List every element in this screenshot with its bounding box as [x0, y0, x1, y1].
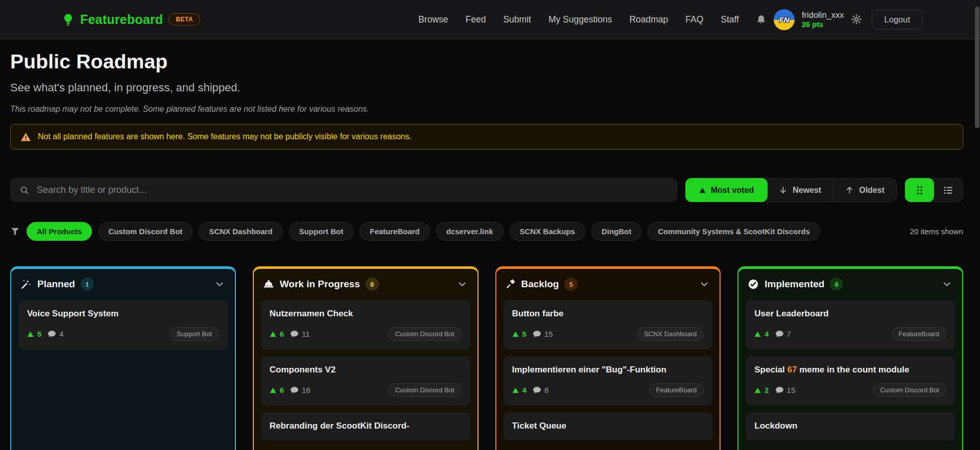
triangle-up-icon	[699, 187, 706, 193]
nav-link-submit[interactable]: Submit	[503, 14, 531, 25]
scrollbar-thumb[interactable]	[975, 7, 979, 128]
sort-oldest[interactable]: Oldest	[833, 179, 896, 202]
comment-count: 8	[544, 386, 548, 394]
search-box	[10, 178, 677, 202]
upvote-button[interactable]: 4	[512, 386, 527, 394]
column-title: Work in Progress	[280, 279, 360, 290]
gear-icon[interactable]	[851, 14, 862, 24]
upvote-button[interactable]: 6	[270, 330, 284, 338]
avatar[interactable]: FN	[774, 9, 795, 30]
list-view-icon	[943, 185, 954, 196]
vote-up-icon	[754, 387, 761, 393]
comments-indicator: 16	[290, 386, 310, 394]
card-title: Rebranding der ScootKit Discord-	[270, 420, 462, 432]
hard-hat-icon	[263, 279, 274, 290]
suggestion-card[interactable]: Rebranding der ScootKit Discord-	[261, 412, 470, 440]
nav-link-staff[interactable]: Staff	[721, 14, 739, 25]
logout-button[interactable]: Logout	[872, 10, 923, 30]
brand-name: Featureboard	[80, 12, 163, 27]
upvote-button[interactable]: 5	[512, 330, 527, 338]
username: fridolin_xxx	[802, 10, 844, 20]
chevron-down-icon[interactable]	[457, 279, 467, 289]
grid-view-icon	[914, 185, 925, 196]
suggestion-card[interactable]: Implementieren einer "Bug"-Funktion48Fea…	[504, 356, 713, 406]
card-meta: 515SCNX Dashboard	[512, 327, 704, 341]
suggestion-card[interactable]: Voice Support System54Support Bot	[18, 300, 228, 349]
sort-most-voted[interactable]: Most voted	[685, 178, 768, 202]
featureboard-app: Featureboard BETA BrowseFeedSubmitMy Sug…	[0, 0, 980, 450]
suggestion-card[interactable]: Special 67 meme in the count module215Cu…	[746, 356, 955, 406]
upvote-button[interactable]: 6	[270, 386, 284, 394]
vote-up-icon	[754, 331, 761, 337]
column-title: Planned	[37, 279, 75, 290]
items-shown-count: 20 items shown	[910, 227, 963, 236]
product-filter-chips: All ProductsCustom Discord BotSCNX Dashb…	[27, 222, 820, 241]
lightbulb-icon	[62, 13, 75, 26]
vote-up-icon	[270, 387, 276, 393]
chevron-down-icon[interactable]	[942, 279, 952, 289]
comment-count: 15	[544, 330, 553, 338]
upvote-button[interactable]: 4	[754, 330, 769, 338]
comment-icon	[775, 386, 784, 394]
card-meta: 611Custom Discord Bot	[270, 327, 462, 341]
nav-link-faq[interactable]: FAQ	[685, 14, 703, 25]
filter-chip-community-systems-scootkit-discords[interactable]: Community Systems & ScootKit Discords	[648, 222, 820, 241]
sort-newest[interactable]: Newest	[767, 179, 833, 202]
user-info: fridolin_xxx 26 pts	[802, 10, 844, 30]
view-grid-button[interactable]	[905, 178, 934, 202]
card-title: Components V2	[270, 364, 462, 376]
cards-list: Voice Support System54Support Bot	[11, 298, 235, 357]
roadmap-board: Planned1Voice Support System54Support Bo…	[10, 266, 963, 450]
comment-icon	[775, 330, 784, 338]
filter-chip-dcserver-link[interactable]: dcserver.link	[436, 222, 504, 241]
brand[interactable]: Featureboard BETA	[62, 12, 200, 27]
nav-link-browse[interactable]: Browse	[418, 14, 448, 25]
product-tag: Custom Discord Bot	[388, 383, 462, 397]
comments-indicator: 7	[775, 330, 791, 338]
vote-count: 4	[764, 330, 769, 338]
suggestion-card[interactable]: Button farbe515SCNX Dashboard	[504, 300, 713, 349]
arrow-down-icon	[779, 186, 787, 194]
column-backlog: Backlog5Button farbe515SCNX DashboardImp…	[495, 266, 721, 450]
filter-row: All ProductsCustom Discord BotSCNX Dashb…	[10, 222, 963, 241]
column-header: Work in Progress8	[254, 269, 477, 298]
suggestion-card[interactable]: User Leaderboard47FeatureBoard	[746, 300, 955, 349]
suggestion-card[interactable]: Components V2616Custom Discord Bot	[261, 356, 470, 406]
comment-icon	[47, 330, 56, 338]
comment-count: 16	[302, 386, 310, 394]
nav-link-roadmap[interactable]: Roadmap	[629, 14, 668, 25]
search-input[interactable]	[37, 185, 668, 195]
nav-link-my-suggestions[interactable]: My Suggestions	[548, 14, 612, 25]
filter-chip-all-products[interactable]: All Products	[27, 222, 92, 241]
comments-indicator: 4	[47, 330, 63, 338]
filter-chip-scnx-backups[interactable]: SCNX Backups	[510, 222, 585, 241]
card-title: Implementieren einer "Bug"-Funktion	[512, 364, 704, 376]
chevron-down-icon[interactable]	[214, 279, 225, 289]
upvote-button[interactable]: 5	[27, 330, 41, 338]
upvote-button[interactable]: 2	[754, 386, 769, 394]
filter-chip-custom-discord-bot[interactable]: Custom Discord Bot	[98, 222, 193, 241]
vote-count: 2	[764, 386, 769, 394]
column-implemented: Implemented6User Leaderboard47FeatureBoa…	[737, 266, 963, 450]
suggestion-card[interactable]: Ticket Queue	[504, 412, 713, 440]
filter-chip-support-bot[interactable]: Support Bot	[289, 222, 354, 241]
suggestion-card[interactable]: Lockdown	[746, 412, 955, 440]
avatar-initials: FN	[779, 15, 789, 24]
bell-icon[interactable]	[756, 14, 767, 25]
comment-count: 11	[302, 330, 310, 338]
vote-up-icon	[27, 331, 34, 337]
card-meta: 54Support Bot	[27, 327, 219, 341]
column-work-in-progress: Work in Progress8Nutzernamen Check611Cus…	[253, 266, 479, 450]
card-title: Ticket Queue	[512, 420, 704, 432]
suggestion-card[interactable]: Nutzernamen Check611Custom Discord Bot	[261, 300, 470, 349]
card-meta: 616Custom Discord Bot	[270, 383, 462, 397]
filter-chip-scnx-dashboard[interactable]: SCNX Dashboard	[199, 222, 282, 241]
card-title: Special 67 meme in the count module	[754, 364, 946, 376]
nav-link-feed[interactable]: Feed	[466, 14, 486, 25]
filter-chip-featureboard[interactable]: FeatureBoard	[360, 222, 430, 241]
view-list-button[interactable]	[934, 179, 963, 202]
filter-chip-dingbot[interactable]: DingBot	[591, 222, 641, 241]
chevron-down-icon[interactable]	[699, 279, 709, 289]
scrollbar[interactable]	[975, 0, 979, 450]
column-header: Backlog5	[496, 269, 720, 298]
